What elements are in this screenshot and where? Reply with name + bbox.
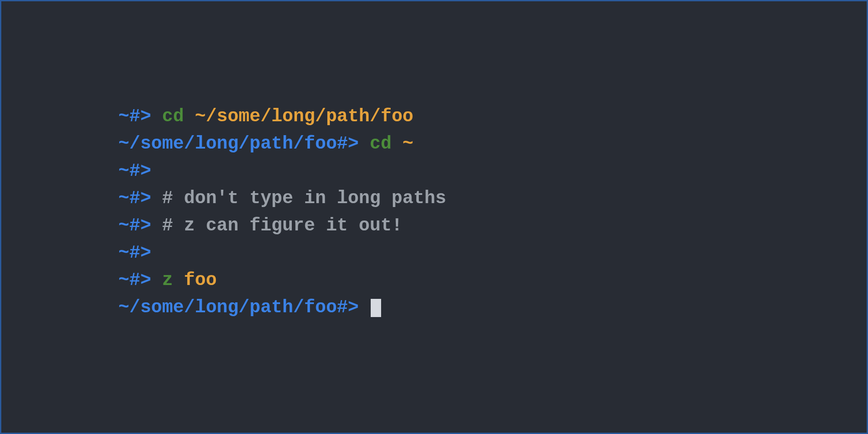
terminal-segment: ~#> [118,106,162,127]
cursor-icon [371,299,381,317]
terminal-line: ~#> z foo [118,267,867,294]
terminal-line: ~#> [118,240,867,267]
terminal-segment: ~ [392,133,413,154]
terminal-segment: ~#> [118,215,162,236]
terminal-segment: ~#> [118,270,162,291]
terminal-segment: # z can figure it out! [162,215,403,236]
terminal-segment: ~/some/long/path/foo [184,106,413,127]
terminal-line: ~#> [118,158,867,185]
terminal-line: ~/some/long/path/foo#> cd ~ [118,130,867,158]
terminal-segment: ~#> [118,161,151,181]
terminal-segment: # don't type in long paths [162,188,446,209]
terminal-segment: cd [162,106,184,127]
terminal-segment: foo [173,270,217,291]
terminal-segment: ~#> [118,243,151,263]
terminal-segment: ~#> [118,188,162,209]
terminal-segment: cd [370,133,392,154]
terminal-segment: ~/some/long/path/foo#> [118,133,370,154]
terminal-line: ~/some/long/path/foo#> [118,294,867,321]
terminal[interactable]: ~#> cd ~/some/long/path/foo~/some/long/p… [118,103,867,321]
terminal-line: ~#> # z can figure it out! [118,212,867,240]
terminal-line: ~#> # don't type in long paths [118,185,867,212]
terminal-segment: z [162,270,173,291]
terminal-line: ~#> cd ~/some/long/path/foo [118,103,867,130]
terminal-segment: ~/some/long/path/foo#> [118,297,370,318]
